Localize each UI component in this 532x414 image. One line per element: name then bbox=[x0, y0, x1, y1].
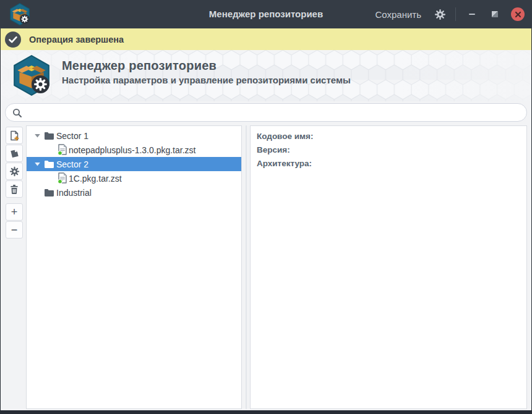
titlebar-controls: Сохранить bbox=[371, 0, 525, 28]
architecture-label: Архитектура: bbox=[257, 157, 520, 171]
app-icon-large bbox=[11, 55, 52, 96]
save-button[interactable]: Сохранить bbox=[371, 7, 425, 22]
header-banner: Менеджер репозиториев Настройка параметр… bbox=[0, 50, 532, 101]
restore-button[interactable] bbox=[488, 7, 502, 21]
expander-down-icon[interactable] bbox=[34, 161, 41, 167]
version-label: Версия: bbox=[257, 143, 520, 157]
expander-down-icon[interactable] bbox=[34, 132, 41, 139]
package-file-icon bbox=[58, 144, 67, 156]
notification-text: Операция завершена bbox=[29, 35, 124, 44]
tree-row-industrial[interactable]: Industrial bbox=[27, 185, 241, 200]
tree-row-package-notepadplusplus[interactable]: notepadplusplus-1.3.0.pkg.tar.zst bbox=[27, 143, 241, 157]
titlebar-separator bbox=[455, 7, 456, 21]
app-icon bbox=[9, 3, 31, 25]
document-export-icon bbox=[9, 148, 20, 159]
gear-icon bbox=[9, 166, 20, 177]
folder-icon bbox=[44, 160, 54, 169]
file-plus-icon bbox=[9, 130, 20, 141]
folder-icon bbox=[44, 132, 54, 140]
settings-button[interactable] bbox=[6, 163, 23, 180]
panel-splitter[interactable] bbox=[246, 125, 247, 409]
notification-bar: Операция завершена bbox=[0, 28, 532, 50]
add-repo-button[interactable]: + bbox=[6, 203, 23, 221]
tree-item-label: Sector 2 bbox=[56, 159, 88, 169]
status-dot bbox=[58, 180, 62, 184]
codename-label: Кодовое имя: bbox=[257, 130, 520, 143]
close-button[interactable] bbox=[511, 7, 525, 21]
trash-icon bbox=[9, 184, 19, 195]
restore-icon bbox=[491, 11, 499, 18]
window-border-left bbox=[0, 28, 1, 414]
page-subtitle: Настройка параметров и управление репози… bbox=[62, 75, 351, 85]
search-input[interactable] bbox=[27, 104, 519, 120]
export-package-button[interactable] bbox=[6, 145, 23, 162]
delete-button[interactable] bbox=[6, 180, 23, 198]
tree-row-sector1[interactable]: Sector 1 bbox=[27, 129, 241, 143]
status-dot bbox=[58, 151, 62, 156]
search-bar bbox=[5, 103, 527, 122]
gear-icon bbox=[434, 9, 446, 20]
package-details-panel: Кодовое имя: Версия: Архитектура: bbox=[250, 125, 527, 409]
tree-item-label: Sector 1 bbox=[56, 131, 88, 141]
tree-item-label: 1C.pkg.tar.zst bbox=[69, 174, 122, 184]
search-icon bbox=[12, 108, 22, 118]
close-icon bbox=[515, 11, 521, 18]
app-window: Менеджер репозиториев Сохранить bbox=[0, 0, 532, 414]
remove-repo-button[interactable]: − bbox=[6, 221, 23, 239]
tree-item-label: Industrial bbox=[56, 188, 92, 198]
add-package-button[interactable] bbox=[6, 127, 23, 144]
titlebar-settings-button[interactable] bbox=[434, 9, 446, 20]
minus-icon: − bbox=[11, 224, 18, 235]
page-title: Менеджер репозиториев bbox=[62, 59, 351, 73]
success-check-icon bbox=[5, 32, 21, 48]
plus-icon: + bbox=[11, 206, 18, 218]
window-border-bottom bbox=[0, 410, 532, 414]
minimize-icon bbox=[468, 11, 476, 18]
tree-row-package-1c[interactable]: 1C.pkg.tar.zst bbox=[27, 171, 241, 185]
repository-tree: Sector 1 notepadplusplus-1.3.0.pkg.tar.z… bbox=[26, 125, 242, 409]
package-file-icon bbox=[58, 172, 67, 184]
tree-row-sector2[interactable]: Sector 2 bbox=[27, 157, 241, 171]
minimize-button[interactable] bbox=[465, 7, 479, 21]
folder-icon bbox=[44, 188, 54, 197]
titlebar: Менеджер репозиториев Сохранить bbox=[0, 0, 532, 28]
tree-item-label: notepadplusplus-1.3.0.pkg.tar.zst bbox=[69, 145, 195, 155]
